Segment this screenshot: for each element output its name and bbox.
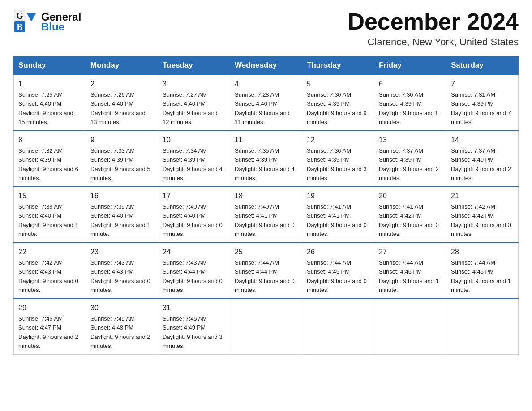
day-info: Sunrise: 7:41 AMSunset: 4:42 PMDaylight:… (379, 203, 439, 237)
day-info: Sunrise: 7:27 AMSunset: 4:40 PMDaylight:… (163, 91, 218, 125)
day-info: Sunrise: 7:25 AMSunset: 4:40 PMDaylight:… (18, 91, 73, 125)
day-info: Sunrise: 7:40 AMSunset: 4:40 PMDaylight:… (163, 203, 223, 237)
calendar-cell: 23Sunrise: 7:43 AMSunset: 4:43 PMDayligh… (86, 243, 158, 299)
calendar-cell: 5Sunrise: 7:30 AMSunset: 4:39 PMDaylight… (302, 75, 374, 131)
calendar-cell: 30Sunrise: 7:45 AMSunset: 4:48 PMDayligh… (86, 299, 158, 355)
week-row-2: 8Sunrise: 7:32 AMSunset: 4:39 PMDaylight… (14, 131, 519, 187)
day-number: 31 (163, 303, 225, 313)
day-header-thursday: Thursday (302, 56, 374, 75)
day-number: 12 (307, 135, 369, 146)
svg-text:G: G (16, 11, 23, 21)
day-info: Sunrise: 7:40 AMSunset: 4:41 PMDaylight:… (235, 203, 295, 237)
day-info: Sunrise: 7:45 AMSunset: 4:47 PMDaylight:… (18, 315, 78, 349)
calendar-cell: 7Sunrise: 7:31 AMSunset: 4:39 PMDaylight… (446, 75, 519, 131)
calendar-cell: 22Sunrise: 7:42 AMSunset: 4:43 PMDayligh… (14, 243, 86, 299)
day-info: Sunrise: 7:35 AMSunset: 4:39 PMDaylight:… (235, 147, 295, 181)
calendar-cell: 28Sunrise: 7:44 AMSunset: 4:46 PMDayligh… (446, 243, 519, 299)
day-info: Sunrise: 7:43 AMSunset: 4:44 PMDaylight:… (163, 259, 223, 293)
logo-icon: G B (13, 9, 38, 33)
title-area: December 2024 Clarence, New York, United… (348, 9, 519, 48)
calendar-cell: 13Sunrise: 7:37 AMSunset: 4:39 PMDayligh… (374, 131, 446, 187)
calendar-cell: 14Sunrise: 7:37 AMSunset: 4:40 PMDayligh… (446, 131, 519, 187)
calendar-cell: 8Sunrise: 7:32 AMSunset: 4:39 PMDaylight… (14, 131, 86, 187)
calendar-cell: 11Sunrise: 7:35 AMSunset: 4:39 PMDayligh… (230, 131, 302, 187)
calendar-cell (302, 299, 374, 355)
calendar-cell: 12Sunrise: 7:36 AMSunset: 4:39 PMDayligh… (302, 131, 374, 187)
day-number: 25 (235, 247, 297, 257)
day-number: 16 (90, 191, 153, 201)
logo-area: G B General Blue (13, 9, 81, 35)
day-info: Sunrise: 7:37 AMSunset: 4:39 PMDaylight:… (379, 147, 439, 181)
calendar-cell (230, 299, 302, 355)
day-header-sunday: Sunday (14, 56, 86, 75)
calendar-cell: 2Sunrise: 7:26 AMSunset: 4:40 PMDaylight… (86, 75, 158, 131)
day-number: 23 (90, 247, 153, 257)
calendar-cell: 21Sunrise: 7:42 AMSunset: 4:42 PMDayligh… (446, 187, 519, 243)
calendar-cell (374, 299, 446, 355)
day-number: 19 (307, 191, 369, 201)
day-header-tuesday: Tuesday (158, 56, 230, 75)
day-info: Sunrise: 7:33 AMSunset: 4:39 PMDaylight:… (90, 147, 150, 181)
day-info: Sunrise: 7:30 AMSunset: 4:39 PMDaylight:… (379, 91, 439, 125)
day-number: 20 (379, 191, 442, 201)
day-number: 8 (18, 135, 81, 146)
calendar-cell: 29Sunrise: 7:45 AMSunset: 4:47 PMDayligh… (14, 299, 86, 355)
week-row-1: 1Sunrise: 7:25 AMSunset: 4:40 PMDaylight… (14, 75, 519, 131)
day-number: 10 (163, 135, 225, 146)
day-info: Sunrise: 7:43 AMSunset: 4:43 PMDaylight:… (90, 259, 150, 293)
header-row: SundayMondayTuesdayWednesdayThursdayFrid… (14, 56, 519, 75)
day-info: Sunrise: 7:28 AMSunset: 4:40 PMDaylight:… (235, 91, 290, 125)
day-number: 2 (90, 79, 153, 90)
day-header-saturday: Saturday (446, 56, 519, 75)
day-number: 9 (90, 135, 153, 146)
calendar-cell: 25Sunrise: 7:44 AMSunset: 4:44 PMDayligh… (230, 243, 302, 299)
day-number: 18 (235, 191, 297, 201)
calendar-cell: 6Sunrise: 7:30 AMSunset: 4:39 PMDaylight… (374, 75, 446, 131)
day-info: Sunrise: 7:34 AMSunset: 4:39 PMDaylight:… (163, 147, 223, 181)
day-header-wednesday: Wednesday (230, 56, 302, 75)
day-number: 15 (18, 191, 81, 201)
calendar-cell: 10Sunrise: 7:34 AMSunset: 4:39 PMDayligh… (158, 131, 230, 187)
day-number: 4 (235, 79, 297, 90)
day-number: 30 (90, 303, 153, 313)
calendar-cell: 15Sunrise: 7:38 AMSunset: 4:40 PMDayligh… (14, 187, 86, 243)
day-info: Sunrise: 7:36 AMSunset: 4:39 PMDaylight:… (307, 147, 367, 181)
calendar-cell: 24Sunrise: 7:43 AMSunset: 4:44 PMDayligh… (158, 243, 230, 299)
day-number: 21 (451, 191, 514, 201)
day-info: Sunrise: 7:32 AMSunset: 4:39 PMDaylight:… (18, 147, 78, 181)
day-info: Sunrise: 7:45 AMSunset: 4:48 PMDaylight:… (90, 315, 150, 349)
day-info: Sunrise: 7:44 AMSunset: 4:45 PMDaylight:… (307, 259, 367, 293)
day-header-monday: Monday (86, 56, 158, 75)
calendar-cell: 17Sunrise: 7:40 AMSunset: 4:40 PMDayligh… (158, 187, 230, 243)
day-number: 17 (163, 191, 225, 201)
day-info: Sunrise: 7:44 AMSunset: 4:46 PMDaylight:… (379, 259, 439, 293)
day-number: 5 (307, 79, 369, 90)
week-row-4: 22Sunrise: 7:42 AMSunset: 4:43 PMDayligh… (14, 243, 519, 299)
day-info: Sunrise: 7:31 AMSunset: 4:39 PMDaylight:… (451, 91, 511, 125)
day-header-friday: Friday (374, 56, 446, 75)
calendar-cell (446, 299, 519, 355)
calendar-cell: 19Sunrise: 7:41 AMSunset: 4:41 PMDayligh… (302, 187, 374, 243)
day-info: Sunrise: 7:41 AMSunset: 4:41 PMDaylight:… (307, 203, 367, 237)
day-info: Sunrise: 7:37 AMSunset: 4:40 PMDaylight:… (451, 147, 511, 181)
day-info: Sunrise: 7:42 AMSunset: 4:43 PMDaylight:… (18, 259, 78, 293)
location-title: Clarence, New York, United States (348, 36, 519, 48)
day-number: 22 (18, 247, 81, 257)
week-row-3: 15Sunrise: 7:38 AMSunset: 4:40 PMDayligh… (14, 187, 519, 243)
day-number: 6 (379, 79, 442, 90)
month-title: December 2024 (348, 9, 519, 34)
calendar-cell: 27Sunrise: 7:44 AMSunset: 4:46 PMDayligh… (374, 243, 446, 299)
day-number: 7 (451, 79, 514, 90)
day-number: 28 (451, 247, 514, 257)
day-number: 14 (451, 135, 514, 146)
calendar-cell: 16Sunrise: 7:39 AMSunset: 4:40 PMDayligh… (86, 187, 158, 243)
day-number: 1 (18, 79, 81, 90)
day-number: 26 (307, 247, 369, 257)
day-number: 27 (379, 247, 442, 257)
calendar-table: SundayMondayTuesdayWednesdayThursdayFrid… (13, 56, 519, 355)
calendar-cell: 26Sunrise: 7:44 AMSunset: 4:45 PMDayligh… (302, 243, 374, 299)
svg-marker-4 (27, 13, 36, 21)
calendar-cell: 31Sunrise: 7:45 AMSunset: 4:49 PMDayligh… (158, 299, 230, 355)
day-number: 29 (18, 303, 81, 313)
calendar-cell: 20Sunrise: 7:41 AMSunset: 4:42 PMDayligh… (374, 187, 446, 243)
